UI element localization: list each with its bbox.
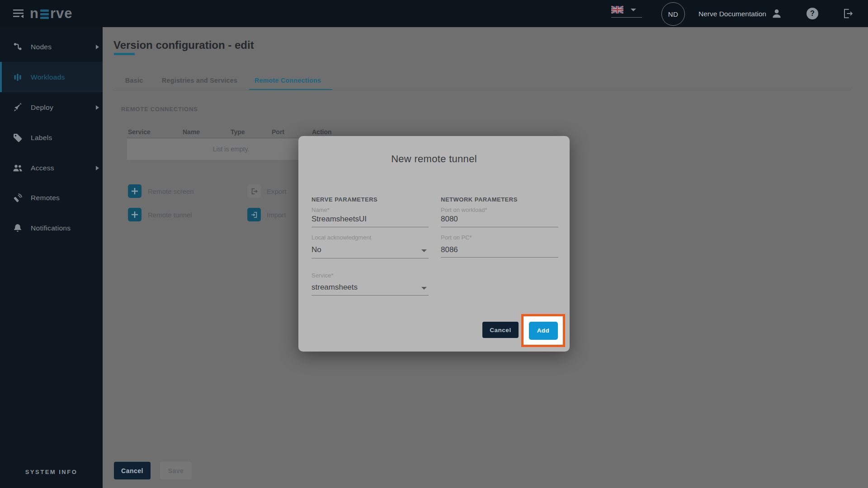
port-workload-input[interactable]: 8080 [441,215,458,224]
export-icon [250,188,258,195]
add-remote-screen-button[interactable] [128,184,142,198]
sidebar-label: Remotes [31,194,60,202]
avatar[interactable]: ND [661,2,685,26]
remote-tunnel-label[interactable]: Remote tunnel [148,211,192,219]
import-icon [250,211,258,219]
tabs-divider [113,90,850,90]
docs-highlight-box: Add [521,314,565,347]
sidebar-label: Nodes [31,43,52,51]
logout-icon[interactable] [842,8,854,19]
logo-letters-rve: rve [50,7,73,20]
section-title: REMOTE CONNECTIONS [121,106,198,113]
sidebar-item-labels[interactable]: Labels [0,122,103,153]
dialog-cancel-button[interactable]: Cancel [482,322,519,338]
service-select[interactable]: streamsheets [311,283,358,292]
nerve-logo: n rve [30,7,72,20]
remote-screen-label[interactable]: Remote screen [148,188,194,195]
chevron-right-icon [96,45,99,49]
menu-collapse-icon[interactable] [13,8,25,19]
port-workload-underline [441,227,558,227]
uk-flag-icon [611,6,623,14]
sidebar-label: Access [31,164,54,172]
sidebar-item-notifications[interactable]: Notifications [0,213,103,243]
dropdown-caret-icon[interactable] [421,287,427,290]
tab-remote-connections[interactable]: Remote Connections [255,77,321,84]
sidebar-item-access[interactable]: Access [0,153,103,183]
sidebar-item-workloads[interactable]: Workloads [0,62,103,92]
name-field-label: Name* [311,206,330,213]
sidebar-item-deploy[interactable]: Deploy [0,92,103,122]
local-ack-select[interactable]: No [311,245,321,254]
chevron-down-icon [631,9,636,11]
add-remote-tunnel-button[interactable] [128,208,142,221]
avatar-initials: ND [668,10,679,18]
tab-registries-and-services[interactable]: Registries and Services [162,77,237,84]
column-header-port: Port [272,128,284,136]
notifications-bell-icon [12,223,23,234]
column-header-service: Service [128,128,151,136]
port-pc-input[interactable]: 8086 [441,245,458,254]
nodes-icon [12,42,23,52]
account-icon[interactable] [771,8,783,19]
sidebar-label: Workloads [31,73,65,81]
plus-icon [131,188,138,195]
system-info-link[interactable]: SYSTEM INFO [0,469,103,475]
user-name: Nerve Documentation [698,10,766,18]
help-icon[interactable]: ? [807,8,818,19]
nerve-app: n rve ND Nerve Documentation ? [0,0,868,488]
nerve-parameters-header: NERVE PARAMETERS [311,196,377,203]
name-input[interactable]: StreamsheetsUI [311,215,367,224]
sidebar-label: Deploy [31,103,53,112]
port-pc-label: Port on PC* [441,234,472,241]
page-save-button-disabled[interactable]: Save [160,462,192,479]
logo-letter-n: n [30,7,39,20]
topbar: n rve ND Nerve Documentation ? [0,0,868,27]
local-ack-label: Local acknowledgment [311,234,371,241]
sidebar-label: Notifications [31,224,71,232]
remotes-icon [12,192,23,203]
dropdown-caret-icon[interactable] [421,249,427,252]
service-field-label: Service* [311,272,333,279]
import-button[interactable] [247,208,261,221]
chevron-right-icon [96,166,99,170]
dialog-title: New remote tunnel [298,153,570,165]
column-header-type: Type [231,128,245,136]
empty-list-text: List is empty. [213,145,250,153]
port-pc-underline [441,257,558,258]
tab-basic[interactable]: Basic [125,77,143,84]
name-input-underline [311,227,429,227]
dialog-add-button[interactable]: Add [529,322,558,340]
deploy-rocket-icon [12,102,23,113]
service-underline [311,295,429,296]
import-label[interactable]: Import [267,211,286,219]
export-label[interactable]: Export [267,188,286,195]
workloads-icon [12,72,23,83]
plus-icon [131,211,138,218]
port-workload-label: Port on workload* [441,206,487,213]
network-parameters-header: NETWORK PARAMETERS [441,196,518,203]
language-selector[interactable] [611,6,642,18]
sidebar-item-remotes[interactable]: Remotes [0,183,103,213]
title-accent-underline [114,53,135,55]
chevron-right-icon [96,105,99,110]
access-people-icon [12,163,23,174]
new-remote-tunnel-dialog: New remote tunnel NERVE PARAMETERS NETWO… [298,136,570,352]
column-header-name: Name [183,128,200,136]
labels-tag-icon [12,132,23,143]
page-title: Version configuration - edit [113,39,254,52]
local-ack-underline [311,258,429,258]
sidebar-label: Labels [31,134,52,142]
sidebar: Nodes Workloads Deploy Labels [0,27,103,488]
export-button[interactable] [247,184,261,198]
column-header-action: Action [312,128,332,136]
page-cancel-button[interactable]: Cancel [114,462,151,479]
logo-e-bars-icon [40,9,49,19]
sidebar-item-nodes[interactable]: Nodes [0,32,103,62]
